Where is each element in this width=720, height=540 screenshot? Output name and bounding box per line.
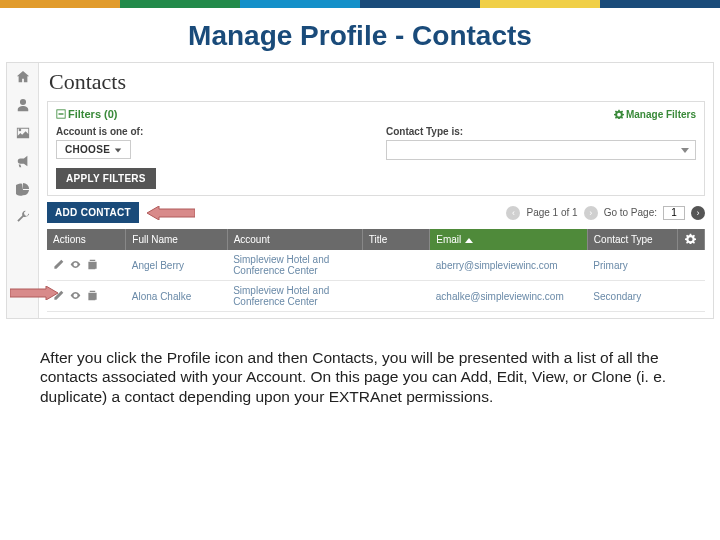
contact-type-filter-label: Contact Type is: bbox=[386, 126, 696, 137]
col-contacttype[interactable]: Contact Type bbox=[587, 229, 677, 250]
image-icon bbox=[16, 126, 30, 140]
callout-arrow-icon bbox=[147, 206, 195, 220]
cell-title bbox=[362, 281, 430, 312]
filters-panel: Filters (0) Manage Filters Account is on… bbox=[47, 101, 705, 196]
piechart-icon bbox=[16, 182, 30, 196]
page-next-button[interactable]: › bbox=[584, 206, 598, 220]
account-filter-label: Account is one of: bbox=[56, 126, 366, 137]
nav-media[interactable] bbox=[7, 119, 38, 147]
app-frame: Contacts Filters (0) Manage Filters Acco… bbox=[6, 62, 714, 319]
page-prev-button[interactable]: ‹ bbox=[506, 206, 520, 220]
cell-fullname[interactable]: Angel Berry bbox=[126, 250, 227, 281]
nav-profile[interactable] bbox=[7, 91, 38, 119]
cell-email[interactable]: aberry@simpleviewinc.com bbox=[430, 250, 588, 281]
user-icon bbox=[16, 98, 30, 112]
col-email[interactable]: Email bbox=[430, 229, 588, 250]
svg-marker-3 bbox=[10, 286, 58, 300]
slide-title: Manage Profile - Contacts bbox=[0, 20, 720, 52]
gear-icon bbox=[614, 109, 624, 119]
pagination: ‹ Page 1 of 1 › Go to Page: › bbox=[506, 206, 705, 220]
bullhorn-icon bbox=[16, 154, 30, 168]
home-icon bbox=[16, 70, 30, 84]
col-account[interactable]: Account bbox=[227, 229, 362, 250]
svg-marker-2 bbox=[147, 206, 195, 220]
nav-home[interactable] bbox=[7, 63, 38, 91]
pencil-icon bbox=[53, 259, 64, 270]
copy-icon bbox=[87, 259, 98, 270]
apply-filters-button[interactable]: APPLY FILTERS bbox=[56, 168, 156, 189]
sort-asc-icon bbox=[465, 238, 473, 243]
edit-button[interactable] bbox=[53, 259, 64, 272]
goto-page-input[interactable] bbox=[663, 206, 685, 220]
view-button[interactable] bbox=[70, 290, 81, 303]
eye-icon bbox=[70, 259, 81, 270]
cell-account[interactable]: Simpleview Hotel and Conference Center bbox=[227, 281, 362, 312]
cell-account[interactable]: Simpleview Hotel and Conference Center bbox=[227, 250, 362, 281]
page-heading: Contacts bbox=[49, 69, 705, 95]
cell-contacttype: Primary bbox=[587, 250, 677, 281]
view-button[interactable] bbox=[70, 259, 81, 272]
cell-email[interactable]: achalke@simpleviewinc.com bbox=[430, 281, 588, 312]
filters-title[interactable]: Filters (0) bbox=[56, 108, 118, 120]
wrench-icon bbox=[16, 210, 30, 224]
side-nav bbox=[7, 63, 39, 318]
table-row: Alona ChalkeSimpleview Hotel and Confere… bbox=[47, 281, 705, 312]
goto-page-button[interactable]: › bbox=[691, 206, 705, 220]
nav-reports[interactable] bbox=[7, 175, 38, 203]
nav-settings[interactable] bbox=[7, 203, 38, 231]
chevron-down-icon bbox=[114, 146, 122, 154]
clone-button[interactable] bbox=[87, 290, 98, 303]
nav-marketing[interactable] bbox=[7, 147, 38, 175]
page-indicator: Page 1 of 1 bbox=[526, 207, 577, 218]
table-row: Angel BerrySimpleview Hotel and Conferen… bbox=[47, 250, 705, 281]
collapse-icon bbox=[56, 109, 66, 119]
manage-filters-link[interactable]: Manage Filters bbox=[614, 109, 696, 120]
gear-icon bbox=[685, 233, 696, 244]
col-settings[interactable] bbox=[677, 229, 704, 250]
callout-arrow-icon bbox=[10, 286, 58, 300]
cell-title bbox=[362, 250, 430, 281]
col-fullname[interactable]: Full Name bbox=[126, 229, 227, 250]
col-actions[interactable]: Actions bbox=[47, 229, 126, 250]
copy-icon bbox=[87, 290, 98, 301]
add-contact-button[interactable]: ADD CONTACT bbox=[47, 202, 139, 223]
eye-icon bbox=[70, 290, 81, 301]
clone-button[interactable] bbox=[87, 259, 98, 272]
cell-fullname[interactable]: Alona Chalke bbox=[126, 281, 227, 312]
contacts-table: Actions Full Name Account Title Email Co… bbox=[47, 229, 705, 312]
cell-contacttype: Secondary bbox=[587, 281, 677, 312]
goto-page-label: Go to Page: bbox=[604, 207, 657, 218]
contact-type-select[interactable] bbox=[386, 140, 696, 160]
account-filter-choose[interactable]: CHOOSE bbox=[56, 140, 131, 159]
col-title[interactable]: Title bbox=[362, 229, 430, 250]
slide-caption: After you click the Profile icon and the… bbox=[40, 348, 680, 406]
